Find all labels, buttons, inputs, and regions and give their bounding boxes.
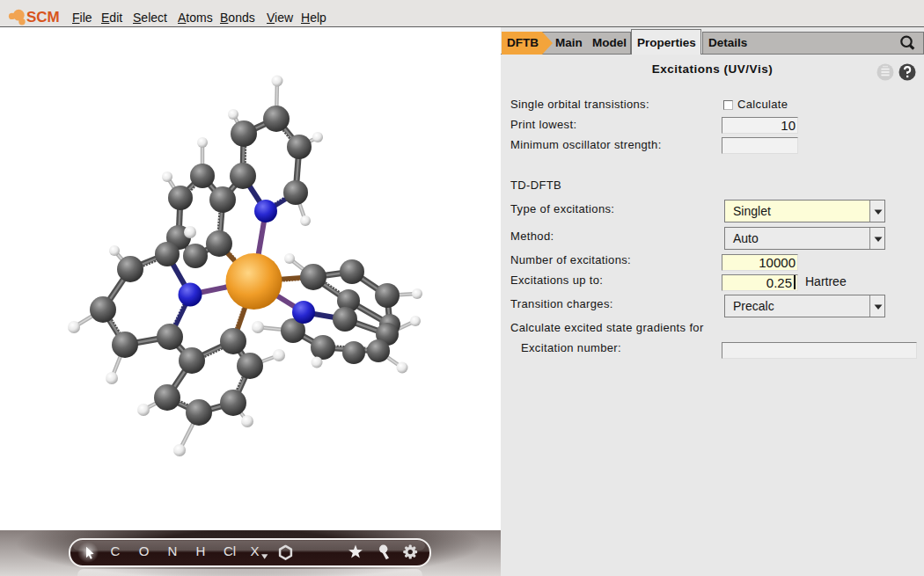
svg-text:SCM: SCM [26,9,60,26]
svg-text:N: N [168,543,178,558]
svg-text:O: O [139,543,150,558]
svg-text:Cl: Cl [224,543,236,558]
svg-text:X: X [250,543,259,558]
svg-text:H: H [196,543,206,558]
svg-text:C: C [111,543,121,558]
